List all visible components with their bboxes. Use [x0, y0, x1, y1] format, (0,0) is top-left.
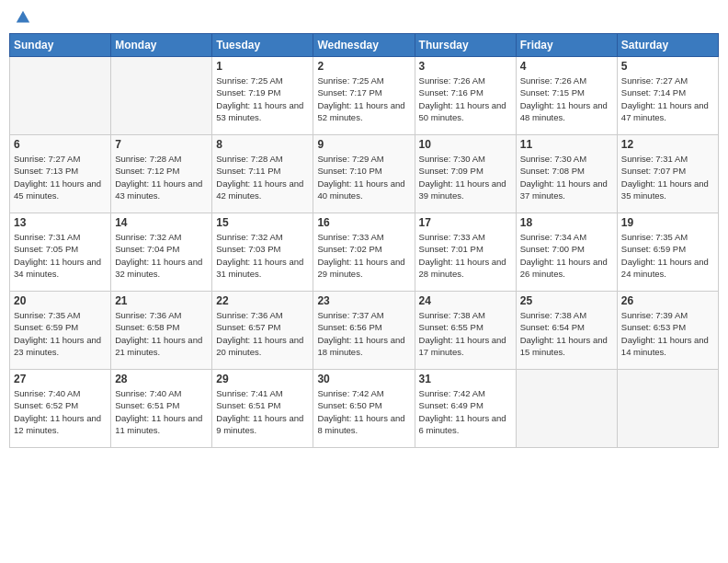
day-info: Sunrise: 7:28 AMSunset: 7:11 PMDaylight:…	[216, 153, 309, 201]
day-number: 26	[621, 294, 714, 307]
day-number: 9	[317, 138, 410, 151]
calendar-header-wednesday: Wednesday	[313, 34, 415, 57]
day-number: 18	[520, 216, 613, 229]
day-info: Sunrise: 7:42 AMSunset: 6:49 PMDaylight:…	[419, 387, 512, 436]
day-info: Sunrise: 7:33 AMSunset: 7:02 PMDaylight:…	[317, 231, 410, 280]
calendar-cell: 25Sunrise: 7:38 AMSunset: 6:54 PMDayligh…	[516, 292, 617, 370]
logo-icon	[15, 9, 31, 26]
calendar-cell: 5Sunrise: 7:27 AMSunset: 7:14 PMDaylight…	[617, 57, 718, 135]
calendar-cell: 3Sunrise: 7:26 AMSunset: 7:16 PMDaylight…	[415, 57, 516, 135]
calendar-cell: 19Sunrise: 7:35 AMSunset: 6:59 PMDayligh…	[617, 213, 718, 292]
day-number: 21	[115, 294, 208, 307]
day-info: Sunrise: 7:25 AMSunset: 7:17 PMDaylight:…	[317, 75, 410, 123]
day-number: 6	[14, 138, 107, 151]
calendar-cell: 4Sunrise: 7:26 AMSunset: 7:15 PMDaylight…	[516, 57, 617, 135]
day-info: Sunrise: 7:38 AMSunset: 6:55 PMDaylight:…	[419, 309, 512, 358]
calendar-week-row: 13Sunrise: 7:31 AMSunset: 7:05 PMDayligh…	[10, 213, 719, 292]
day-number: 19	[621, 216, 714, 229]
calendar-cell: 22Sunrise: 7:36 AMSunset: 6:57 PMDayligh…	[212, 292, 313, 370]
calendar-cell: 30Sunrise: 7:42 AMSunset: 6:50 PMDayligh…	[313, 370, 415, 448]
day-info: Sunrise: 7:31 AMSunset: 7:05 PMDaylight:…	[14, 231, 107, 280]
calendar-cell: 10Sunrise: 7:30 AMSunset: 7:09 PMDayligh…	[415, 135, 516, 213]
day-info: Sunrise: 7:37 AMSunset: 6:56 PMDaylight:…	[317, 309, 410, 358]
day-number: 29	[216, 373, 309, 385]
calendar-cell: 18Sunrise: 7:34 AMSunset: 7:00 PMDayligh…	[516, 213, 617, 292]
calendar-header-thursday: Thursday	[415, 34, 516, 57]
calendar-cell	[617, 370, 718, 448]
calendar-cell: 12Sunrise: 7:31 AMSunset: 7:07 PMDayligh…	[617, 135, 718, 213]
day-number: 2	[317, 60, 410, 73]
calendar-cell: 21Sunrise: 7:36 AMSunset: 6:58 PMDayligh…	[111, 292, 212, 370]
day-number: 30	[317, 373, 410, 385]
calendar-cell: 23Sunrise: 7:37 AMSunset: 6:56 PMDayligh…	[313, 292, 415, 370]
day-number: 5	[621, 60, 714, 73]
day-info: Sunrise: 7:32 AMSunset: 7:03 PMDaylight:…	[216, 231, 309, 280]
day-number: 23	[317, 294, 410, 307]
calendar-cell: 7Sunrise: 7:28 AMSunset: 7:12 PMDaylight…	[111, 135, 212, 213]
calendar-header-friday: Friday	[516, 34, 617, 57]
calendar-week-row: 20Sunrise: 7:35 AMSunset: 6:59 PMDayligh…	[10, 292, 719, 370]
day-number: 7	[115, 138, 208, 151]
day-number: 10	[419, 138, 512, 151]
calendar-cell: 16Sunrise: 7:33 AMSunset: 7:02 PMDayligh…	[313, 213, 415, 292]
calendar-cell: 6Sunrise: 7:27 AMSunset: 7:13 PMDaylight…	[10, 135, 111, 213]
day-number: 3	[419, 60, 512, 73]
calendar-cell: 29Sunrise: 7:41 AMSunset: 6:51 PMDayligh…	[212, 370, 313, 448]
day-number: 22	[216, 294, 309, 307]
day-number: 25	[520, 294, 613, 307]
day-number: 20	[14, 294, 107, 307]
day-info: Sunrise: 7:31 AMSunset: 7:07 PMDaylight:…	[621, 153, 714, 201]
calendar-cell	[516, 370, 617, 448]
day-info: Sunrise: 7:25 AMSunset: 7:19 PMDaylight:…	[216, 75, 309, 123]
day-info: Sunrise: 7:26 AMSunset: 7:15 PMDaylight:…	[520, 75, 613, 123]
day-info: Sunrise: 7:35 AMSunset: 6:59 PMDaylight:…	[621, 231, 714, 280]
day-info: Sunrise: 7:40 AMSunset: 6:51 PMDaylight:…	[115, 387, 208, 436]
day-info: Sunrise: 7:39 AMSunset: 6:53 PMDaylight:…	[621, 309, 714, 358]
day-info: Sunrise: 7:33 AMSunset: 7:01 PMDaylight:…	[419, 231, 512, 280]
day-info: Sunrise: 7:42 AMSunset: 6:50 PMDaylight:…	[317, 387, 410, 436]
day-info: Sunrise: 7:34 AMSunset: 7:00 PMDaylight:…	[520, 231, 613, 280]
calendar-header-tuesday: Tuesday	[212, 34, 313, 57]
calendar-cell: 15Sunrise: 7:32 AMSunset: 7:03 PMDayligh…	[212, 213, 313, 292]
day-info: Sunrise: 7:27 AMSunset: 7:14 PMDaylight:…	[621, 75, 714, 123]
day-number: 1	[216, 60, 309, 73]
day-number: 24	[419, 294, 512, 307]
calendar-cell: 31Sunrise: 7:42 AMSunset: 6:49 PMDayligh…	[415, 370, 516, 448]
day-info: Sunrise: 7:30 AMSunset: 7:09 PMDaylight:…	[419, 153, 512, 201]
day-info: Sunrise: 7:38 AMSunset: 6:54 PMDaylight:…	[520, 309, 613, 358]
calendar-header-saturday: Saturday	[617, 34, 718, 57]
calendar-header-sunday: Sunday	[10, 34, 111, 57]
calendar-cell: 11Sunrise: 7:30 AMSunset: 7:08 PMDayligh…	[516, 135, 617, 213]
calendar-cell: 24Sunrise: 7:38 AMSunset: 6:55 PMDayligh…	[415, 292, 516, 370]
calendar-cell: 2Sunrise: 7:25 AMSunset: 7:17 PMDaylight…	[313, 57, 415, 135]
calendar-cell: 1Sunrise: 7:25 AMSunset: 7:19 PMDaylight…	[212, 57, 313, 135]
calendar-cell: 27Sunrise: 7:40 AMSunset: 6:52 PMDayligh…	[10, 370, 111, 448]
calendar-cell: 28Sunrise: 7:40 AMSunset: 6:51 PMDayligh…	[111, 370, 212, 448]
calendar-cell	[111, 57, 212, 135]
day-number: 4	[520, 60, 613, 73]
calendar-cell: 17Sunrise: 7:33 AMSunset: 7:01 PMDayligh…	[415, 213, 516, 292]
day-number: 17	[419, 216, 512, 229]
calendar-cell: 8Sunrise: 7:28 AMSunset: 7:11 PMDaylight…	[212, 135, 313, 213]
day-number: 15	[216, 216, 309, 229]
day-number: 31	[419, 373, 512, 385]
day-number: 28	[115, 373, 208, 385]
day-info: Sunrise: 7:27 AMSunset: 7:13 PMDaylight:…	[14, 153, 107, 201]
day-number: 27	[14, 373, 107, 385]
day-info: Sunrise: 7:36 AMSunset: 6:58 PMDaylight:…	[115, 309, 208, 358]
svg-marker-0	[17, 11, 29, 23]
calendar-header-row: SundayMondayTuesdayWednesdayThursdayFrid…	[10, 34, 719, 57]
calendar-header-monday: Monday	[111, 34, 212, 57]
day-info: Sunrise: 7:40 AMSunset: 6:52 PMDaylight:…	[14, 387, 107, 436]
calendar-cell: 13Sunrise: 7:31 AMSunset: 7:05 PMDayligh…	[10, 213, 111, 292]
day-info: Sunrise: 7:36 AMSunset: 6:57 PMDaylight:…	[216, 309, 309, 358]
calendar-cell	[10, 57, 111, 135]
calendar-week-row: 6Sunrise: 7:27 AMSunset: 7:13 PMDaylight…	[10, 135, 719, 213]
logo	[13, 9, 31, 26]
day-info: Sunrise: 7:35 AMSunset: 6:59 PMDaylight:…	[14, 309, 107, 358]
day-number: 13	[14, 216, 107, 229]
day-info: Sunrise: 7:26 AMSunset: 7:16 PMDaylight:…	[419, 75, 512, 123]
day-number: 11	[520, 138, 613, 151]
day-info: Sunrise: 7:32 AMSunset: 7:04 PMDaylight:…	[115, 231, 208, 280]
day-info: Sunrise: 7:29 AMSunset: 7:10 PMDaylight:…	[317, 153, 410, 201]
